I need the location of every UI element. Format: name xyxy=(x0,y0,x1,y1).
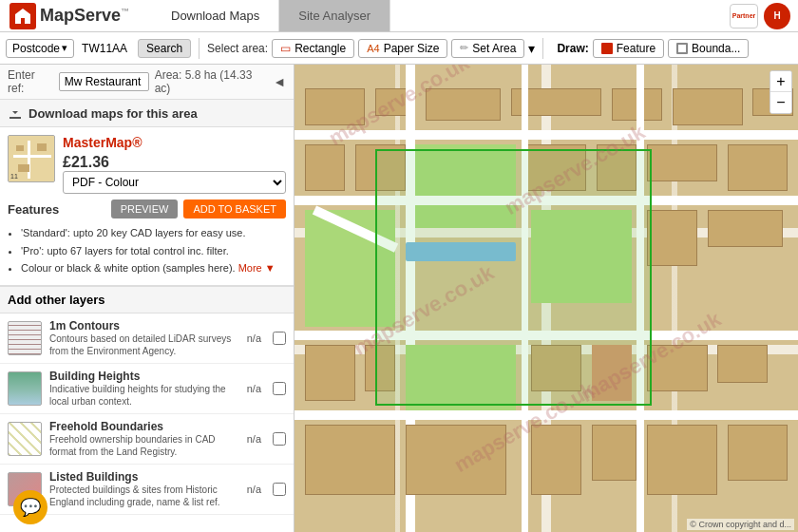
ref-label: Enter ref: xyxy=(8,68,53,95)
boundary-icon xyxy=(676,43,688,54)
feature-item-1: 'Standard': upto 20 key CAD layers for e… xyxy=(21,224,286,242)
svg-rect-5 xyxy=(37,143,47,151)
map-road-h3 xyxy=(294,331,798,340)
freehold-name: Freehold Boundaries xyxy=(49,420,239,433)
set-area-icon: ✏ xyxy=(460,42,468,54)
map-content: mapserve.co.uk mapserve.co.uk mapserve.c… xyxy=(294,65,798,532)
zoom-out-button[interactable]: − xyxy=(770,92,791,113)
logo-icon xyxy=(10,3,36,29)
chat-icon: 💬 xyxy=(20,497,41,518)
area-label: Area: 5.8 ha (14.33 ac) xyxy=(155,68,268,95)
svg-rect-1 xyxy=(9,136,55,182)
feature-item-2: 'Pro': upto 67 layers for total control … xyxy=(21,242,286,260)
tab-download-maps[interactable]: Download Maps xyxy=(152,0,279,31)
map-building-26 xyxy=(647,425,717,495)
svg-rect-2 xyxy=(13,155,51,158)
map-copyright: © Crown copyright and d... xyxy=(687,519,794,530)
thumbnail-map xyxy=(9,136,55,182)
toolbar-divider-1 xyxy=(199,38,200,59)
download-header: Download maps for this area xyxy=(0,100,294,127)
heights-info: Building Heights Indicative building hei… xyxy=(49,370,239,408)
map-building-25 xyxy=(592,425,637,481)
map-road-h4 xyxy=(294,410,798,420)
map-area[interactable]: mapserve.co.uk mapserve.co.uk mapserve.c… xyxy=(294,65,798,532)
partner-badge: Partner xyxy=(730,4,758,28)
ref-bar: Enter ref: Area: 5.8 ha (14.33 ac) ◄ xyxy=(0,65,294,100)
rectangle-icon: ▭ xyxy=(280,42,291,55)
map-building-18 xyxy=(531,345,581,391)
map-building-22 xyxy=(305,425,395,495)
main-content: Enter ref: Area: 5.8 ha (14.33 ac) ◄ Dow… xyxy=(0,65,798,532)
map-building-13 xyxy=(728,144,788,191)
heights-thumbnail xyxy=(8,371,42,406)
logo-area: MapServe™ xyxy=(0,0,152,31)
svg-rect-6 xyxy=(18,164,29,172)
postcode-input[interactable] xyxy=(82,42,134,55)
map-building-14 xyxy=(647,210,697,266)
freehold-checkbox[interactable] xyxy=(273,432,286,446)
zoom-in-button[interactable]: + xyxy=(770,71,791,92)
map-building-12 xyxy=(647,144,717,181)
feature-item-3: Colour or black & white option (samples … xyxy=(21,259,286,277)
rectangle-btn[interactable]: ▭ Rectangle xyxy=(272,39,354,58)
buildings-checkbox[interactable] xyxy=(273,483,286,496)
freehold-price: n/a xyxy=(247,433,261,445)
boundary-btn[interactable]: Bounda... xyxy=(668,39,749,58)
logo-text: MapServe™ xyxy=(40,6,129,26)
paper-size-btn[interactable]: A4 Paper Size xyxy=(358,39,447,58)
chat-button[interactable]: 💬 xyxy=(13,490,48,524)
heights-checkbox[interactable] xyxy=(273,382,286,395)
buildings-info: Listed Buildings Protected buildings & s… xyxy=(49,470,239,508)
buildings-desc: Protected buildings & sites from Histori… xyxy=(49,484,239,508)
panel-toggle-button[interactable]: ◄ xyxy=(273,74,286,89)
contours-info: 1m Contours Contours based on detailed L… xyxy=(49,319,239,357)
user-avatar[interactable]: H xyxy=(764,3,790,29)
contours-checkbox[interactable] xyxy=(273,332,286,345)
other-layers-header: Add other layers xyxy=(0,286,294,314)
map-road-h1 xyxy=(294,130,798,140)
heights-desc: Indicative building heights for studying… xyxy=(49,383,239,408)
draw-label: Draw: xyxy=(557,42,588,55)
map-building-20 xyxy=(647,345,708,391)
postcode-arrow-icon: ▾ xyxy=(62,42,67,54)
map-park-1 xyxy=(415,144,516,229)
map-road-v3 xyxy=(636,65,644,532)
layer-item-freehold: Freehold Boundaries Freehold ownership b… xyxy=(0,414,294,465)
contours-name: 1m Contours xyxy=(49,319,239,332)
feature-icon xyxy=(601,43,613,54)
buildings-name: Listed Buildings xyxy=(49,470,239,484)
more-link[interactable]: More ▼ xyxy=(238,262,276,274)
download-title: Download maps for this area xyxy=(28,106,198,121)
preview-button[interactable]: PREVIEW xyxy=(111,200,179,218)
map-building-15 xyxy=(708,210,784,247)
map-building-9 xyxy=(355,144,406,191)
freehold-info: Freehold Boundaries Freehold ownership b… xyxy=(49,420,239,458)
map-building-1 xyxy=(305,88,366,125)
download-icon xyxy=(8,105,23,121)
map-building-17 xyxy=(365,345,395,391)
mastermap-features-list: 'Standard': upto 20 key CAD layers for e… xyxy=(8,224,286,277)
map-building-3 xyxy=(426,88,502,121)
nav-right-area: Partner H xyxy=(730,3,798,29)
tab-site-analyser[interactable]: Site Analyser xyxy=(279,0,390,31)
map-building-10 xyxy=(526,144,587,191)
top-navigation: MapServe™ Download Maps Site Analyser Pa… xyxy=(0,0,798,32)
mastermap-format-select[interactable]: PDF - Colour PDF - Black & White DWG DXF xyxy=(63,171,286,194)
search-button[interactable]: Search xyxy=(138,39,191,58)
layer-item-heights: Building Heights Indicative building hei… xyxy=(0,364,294,414)
area-dropdown-btn[interactable]: ▾ xyxy=(528,41,535,56)
postcode-dropdown[interactable]: Postcode ▾ xyxy=(6,39,74,58)
map-river xyxy=(406,242,517,261)
set-area-btn[interactable]: ✏ Set Area xyxy=(451,39,524,58)
ref-input[interactable] xyxy=(59,72,149,91)
mastermap-price: £21.36 xyxy=(63,154,286,171)
paper-size-icon: A4 xyxy=(367,43,379,54)
add-to-basket-button[interactable]: ADD TO BASKET xyxy=(183,200,286,218)
map-road-h2 xyxy=(294,196,798,205)
contours-price: n/a xyxy=(247,332,261,344)
freehold-thumbnail xyxy=(8,422,42,456)
contours-thumbnail xyxy=(8,321,42,355)
map-building-23 xyxy=(406,425,506,495)
feature-btn[interactable]: Feature xyxy=(593,39,664,58)
map-building-19 xyxy=(592,345,632,401)
